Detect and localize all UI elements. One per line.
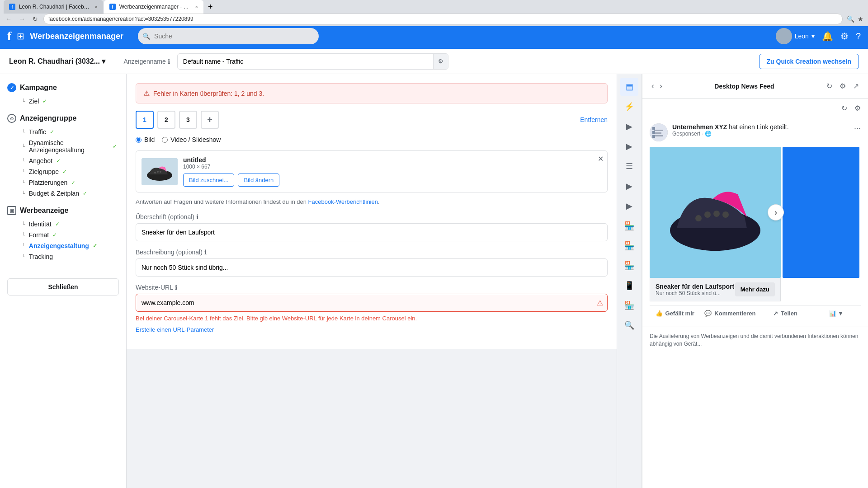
- star-icon[interactable]: ★: [856, 15, 864, 23]
- close-button[interactable]: Schließen: [7, 278, 119, 296]
- ad-name-info-icon[interactable]: ℹ: [168, 58, 170, 65]
- preview-controls: ↻ ⚙ ↗: [825, 80, 861, 92]
- stats-button[interactable]: 📊 ▾: [811, 305, 861, 321]
- new-tab-button[interactable]: +: [204, 0, 217, 14]
- comment-button[interactable]: 💬 Kommentieren: [700, 305, 760, 321]
- fb-post: Unternehmen XYZ hat einen Link geteilt. …: [642, 118, 868, 327]
- sidebar-item-zielgruppe[interactable]: └ Zielgruppe ✓: [7, 166, 119, 177]
- placement-icon-video3[interactable]: ▶: [620, 177, 638, 195]
- extensions-icon[interactable]: 🔍: [846, 15, 854, 23]
- sidebar-item-angebot[interactable]: └ Angebot ✓: [7, 155, 119, 166]
- video-radio-label[interactable]: Video / Slideshow: [162, 136, 221, 143]
- reload-button[interactable]: ↻: [31, 14, 40, 23]
- placement-icon-mobile[interactable]: 📱: [620, 277, 638, 295]
- post-info: Unternehmen XYZ hat einen Link geteilt. …: [672, 123, 854, 137]
- grid-icon[interactable]: ⊞: [17, 31, 24, 42]
- card-tab-3[interactable]: 3: [179, 111, 197, 129]
- sidebar-item-format[interactable]: └ Format ✓: [7, 230, 119, 240]
- card-tab-1[interactable]: 1: [136, 111, 154, 129]
- preview-refresh-button[interactable]: ↻: [825, 80, 834, 92]
- ad-name-settings-button[interactable]: ⚙: [433, 54, 448, 69]
- card1-text: Sneaker für den Laufsport Nur noch 50 St…: [656, 283, 734, 296]
- user-menu[interactable]: Leon ▾: [776, 28, 815, 44]
- placement-icon-video4[interactable]: ▶: [620, 197, 638, 215]
- placement-icon-search[interactable]: 🔍: [620, 316, 638, 334]
- preview-inner-controls: ↻ ⚙: [642, 99, 868, 118]
- crop-button[interactable]: Bild zuschnei...: [183, 174, 234, 187]
- placement-icon-shop4[interactable]: 🏪: [620, 296, 638, 314]
- video-radio[interactable]: [162, 137, 168, 143]
- url-input[interactable]: [136, 294, 608, 312]
- placement-icon-newsfeed[interactable]: ▤: [620, 78, 638, 96]
- placement-icon-video1[interactable]: ▶: [620, 117, 638, 136]
- sidebar-item-identitaet[interactable]: └ Identität ✓: [7, 219, 119, 230]
- search-input[interactable]: [138, 28, 319, 44]
- werbeanzeige-title: Werbeanzeige: [20, 206, 68, 215]
- image-close-button[interactable]: ✕: [598, 155, 604, 163]
- carousel-next-button[interactable]: ›: [768, 204, 784, 221]
- dynamische-check: ✓: [113, 143, 117, 150]
- headline-input[interactable]: [136, 223, 608, 241]
- headline-info-icon[interactable]: ℹ: [196, 213, 198, 221]
- description-info-icon[interactable]: ℹ: [204, 249, 207, 256]
- url-param-link[interactable]: Erstelle einen URL-Parameter: [136, 326, 608, 333]
- bild-radio[interactable]: [136, 137, 142, 143]
- share-button[interactable]: ↗ Teilen: [760, 305, 810, 321]
- mehr-dazu-button[interactable]: Mehr dazu: [735, 282, 775, 296]
- image-actions: Bild zuschnei... Bild ändern: [183, 174, 602, 187]
- forward-button[interactable]: →: [17, 14, 27, 23]
- notifications-icon[interactable]: 🔔: [822, 31, 833, 42]
- quick-creation-button[interactable]: Zu Quick Creation wechseln: [759, 54, 859, 69]
- chevron-icon: ▾: [839, 310, 842, 317]
- post-options-button[interactable]: ···: [854, 123, 861, 133]
- placement-icon-shop1[interactable]: 🏪: [620, 217, 638, 235]
- help-icon[interactable]: ?: [856, 31, 861, 42]
- placement-icon-list[interactable]: ☰: [620, 157, 638, 175]
- sidebar-item-dynamische[interactable]: └ Dynamische Anzeigengestaltung ✓: [7, 137, 119, 155]
- sidebar-item-tracking[interactable]: └ Tracking: [7, 251, 119, 262]
- sidebar-item-traffic[interactable]: └ Traffic ✓: [7, 127, 119, 137]
- post-actions: 👍 Gefällt mir 💬 Kommentieren ↗ Teilen: [650, 305, 861, 321]
- zielgruppe-check: ✓: [62, 169, 67, 175]
- url-warning-icon: ⚠: [597, 299, 603, 307]
- sidebar-item-ziel[interactable]: └ Ziel ✓: [7, 96, 119, 107]
- add-card-button[interactable]: +: [201, 111, 219, 129]
- ad-name-input[interactable]: [178, 58, 433, 65]
- identitaet-check: ✓: [55, 221, 60, 227]
- app-title: Werbeanzeigenmanager: [30, 32, 123, 41]
- placement-icon-stories[interactable]: ⚡: [620, 98, 638, 116]
- card-tab-2[interactable]: 2: [157, 111, 175, 129]
- tab-2-close[interactable]: ×: [195, 4, 198, 9]
- change-image-button[interactable]: Bild ändern: [238, 174, 279, 187]
- image-upload-card: untitled 1000 × 667 Bild zuschnei... Bil…: [136, 150, 608, 192]
- description-input[interactable]: [136, 258, 608, 277]
- placement-icon-video2[interactable]: ▶: [620, 137, 638, 155]
- svg-point-4: [160, 171, 161, 173]
- account-selector[interactable]: Leon R. Chaudhari (3032... ▾: [9, 57, 105, 66]
- remove-link[interactable]: Entfernen: [580, 116, 608, 123]
- browser-tab-2[interactable]: f Werbeanzeigenmanager - Cr... ×: [104, 0, 203, 14]
- preview-inner-refresh[interactable]: ↻: [840, 102, 849, 114]
- settings-icon[interactable]: ⚙: [840, 31, 849, 42]
- preview-settings-button[interactable]: ⚙: [838, 80, 848, 92]
- sidebar-item-platzierungen[interactable]: └ Platzierungen ✓: [7, 177, 119, 188]
- bild-label: Bild: [144, 136, 155, 143]
- tab-1-close[interactable]: ×: [95, 4, 98, 9]
- back-button[interactable]: ←: [4, 14, 14, 23]
- bild-radio-label[interactable]: Bild: [136, 136, 155, 143]
- preview-inner-settings[interactable]: ⚙: [853, 102, 863, 114]
- url-info-icon[interactable]: ℹ: [175, 284, 177, 291]
- preview-next-button[interactable]: ›: [658, 80, 664, 93]
- preview-external-button[interactable]: ↗: [851, 80, 861, 92]
- sidebar-item-anzeigengestaltung[interactable]: └ Anzeigengestaltung ✓: [7, 240, 119, 251]
- preview-prev-button[interactable]: ‹: [650, 80, 656, 93]
- werberichtlinien-link[interactable]: Facebook-Werberichtlinien: [308, 198, 378, 205]
- fb-favicon-2: f: [109, 4, 116, 10]
- svg-point-3: [157, 171, 159, 173]
- share-icon: ↗: [773, 310, 778, 317]
- like-button[interactable]: 👍 Gefällt mir: [650, 305, 700, 321]
- sidebar-item-budget[interactable]: └ Budget & Zeitplan ✓: [7, 188, 119, 199]
- placement-icon-shop3[interactable]: 🏪: [620, 257, 638, 275]
- placement-icon-shop2[interactable]: 🏪: [620, 237, 638, 255]
- browser-tab-1[interactable]: f Leon R. Chaudhari | Facebook ×: [4, 0, 103, 14]
